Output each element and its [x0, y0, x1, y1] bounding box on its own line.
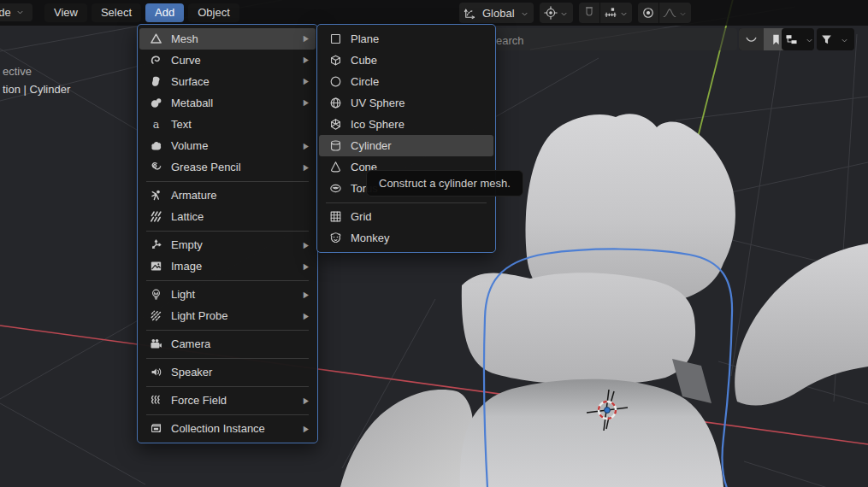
submenu-item-grid[interactable]: Grid	[319, 206, 493, 227]
proportional-edit-controls	[638, 3, 691, 23]
orientation-axes-icon	[463, 5, 478, 21]
menu-separator	[146, 181, 309, 182]
tooltip-text: Construct a cylinder mesh.	[379, 177, 511, 190]
camera-icon	[149, 337, 163, 351]
menu-select[interactable]: Select	[92, 3, 141, 22]
snap-target-dropdown[interactable]	[599, 3, 632, 23]
submenu-item-ico-sphere[interactable]: Ico Sphere	[319, 114, 493, 135]
snap-toggle-button[interactable]	[579, 3, 599, 23]
mode-dropdown[interactable]: ode	[0, 3, 32, 21]
menu-item-lattice[interactable]: Lattice	[139, 206, 316, 227]
menu-item-image[interactable]: Image▶	[139, 255, 316, 277]
search-input[interactable]	[494, 28, 729, 52]
menu-item-curve[interactable]: Curve▶	[139, 50, 316, 71]
menu-object[interactable]: Object	[188, 3, 239, 22]
grid-icon	[328, 209, 343, 224]
menu-item-surface[interactable]: Surface▶	[139, 71, 316, 92]
proportional-edit-icon	[641, 5, 656, 21]
menu-view[interactable]: View	[44, 3, 87, 22]
viewport-overlay-breadcrumb: tion | Cylinder	[3, 83, 70, 96]
metaball-icon	[149, 96, 163, 110]
cube-icon	[328, 53, 343, 67]
circle-icon	[328, 74, 343, 89]
chevron-down-icon	[839, 34, 850, 45]
curve-smile-icon	[744, 32, 759, 47]
submenu-item-circle[interactable]: Circle	[319, 71, 493, 92]
submenu-arrow-icon: ▶	[304, 162, 309, 172]
submenu-arrow-icon: ▶	[304, 240, 309, 249]
submenu-arrow-icon: ▶	[304, 56, 309, 65]
menu-separator	[146, 330, 309, 331]
menu-separator	[146, 414, 309, 415]
light-icon	[149, 287, 163, 302]
proportional-edit-toggle[interactable]	[638, 3, 658, 23]
submenu-arrow-icon: ▶	[304, 290, 309, 299]
menu-item-light[interactable]: Light▶	[139, 284, 316, 305]
light-probe-icon	[149, 308, 163, 323]
menu-item-volume[interactable]: Volume▶	[139, 135, 316, 156]
grease-pencil-icon	[149, 160, 163, 174]
submenu-item-monkey[interactable]: Monkey	[319, 227, 493, 249]
filter-funnel-icon	[819, 32, 834, 47]
tooltip: Construct a cylinder mesh.	[366, 170, 523, 197]
mode-label: ode	[0, 6, 11, 19]
armature-icon	[149, 188, 163, 202]
submenu-arrow-icon: ▶	[304, 261, 309, 271]
menu-add[interactable]: Add	[145, 3, 184, 22]
menu-item-light-probe[interactable]: Light Probe▶	[139, 305, 316, 326]
surface-icon	[149, 74, 163, 89]
force-field-icon	[149, 393, 163, 408]
menu-item-force-field[interactable]: Force Field▶	[139, 390, 316, 411]
menu-item-speaker[interactable]: Speaker	[139, 361, 316, 383]
viewport-overlay-perspective: ective	[3, 65, 32, 78]
submenu-arrow-icon: ▶	[304, 311, 309, 320]
curve-smile-button[interactable]	[739, 28, 764, 50]
menu-item-text[interactable]: a Text	[139, 114, 316, 135]
pivot-point-dropdown[interactable]	[540, 3, 573, 23]
mesh-icon	[149, 32, 163, 46]
submenu-arrow-icon: ▶	[304, 77, 309, 86]
pivot-point-icon	[543, 5, 558, 21]
menu-item-collection-instance[interactable]: Collection Instance▶	[139, 418, 316, 439]
mesh-submenu: Plane Cube Circle UV Sphere Ico Sphere C…	[316, 24, 496, 253]
empty-axes-icon	[149, 238, 163, 252]
transform-orientation-dropdown[interactable]: Global	[459, 3, 534, 23]
plane-icon	[328, 32, 343, 46]
petal-middle	[462, 273, 695, 384]
volume-icon	[149, 138, 163, 153]
snap-controls	[579, 3, 632, 23]
submenu-item-uv-sphere[interactable]: UV Sphere	[319, 92, 493, 114]
filter-dropdown[interactable]	[817, 28, 854, 50]
uv-sphere-icon	[328, 96, 343, 110]
menu-item-camera[interactable]: Camera	[139, 333, 316, 355]
torus-icon	[328, 181, 343, 196]
submenu-arrow-icon: ▶	[304, 424, 309, 433]
menu-separator	[146, 231, 309, 232]
cylinder-icon	[328, 138, 343, 153]
menu-separator	[146, 280, 309, 281]
submenu-arrow-icon: ▶	[304, 141, 309, 150]
submenu-item-plane[interactable]: Plane	[319, 28, 493, 50]
snap-magnet-icon	[582, 5, 597, 21]
falloff-dropdown[interactable]	[658, 3, 691, 23]
submenu-item-cylinder[interactable]: Cylinder	[319, 135, 493, 156]
curve-icon	[149, 53, 163, 67]
menu-item-metaball[interactable]: Metaball▶	[139, 92, 316, 114]
ico-sphere-icon	[328, 117, 343, 132]
svg-text:a: a	[153, 118, 160, 131]
menu-item-empty[interactable]: Empty▶	[139, 234, 316, 255]
display-mode-dropdown[interactable]	[782, 28, 814, 50]
submenu-arrow-icon: ▶	[304, 34, 309, 44]
chevron-down-icon	[804, 34, 814, 45]
blender-window: ective tion | Cylinder ode View Select A…	[0, 0, 868, 487]
collection-instance-icon	[149, 421, 163, 436]
cone-icon	[328, 160, 343, 174]
chevron-down-icon	[618, 8, 629, 19]
menu-item-grease-pencil[interactable]: Grease Pencil▶	[139, 156, 316, 178]
menu-item-mesh[interactable]: Mesh▶	[139, 28, 316, 50]
text-icon: a	[149, 117, 163, 132]
submenu-item-cube[interactable]: Cube	[319, 50, 493, 71]
viewport-header: ode View Select Add Object Global	[0, 0, 868, 26]
menu-item-armature[interactable]: Armature	[139, 185, 316, 206]
monkey-icon	[328, 231, 343, 245]
